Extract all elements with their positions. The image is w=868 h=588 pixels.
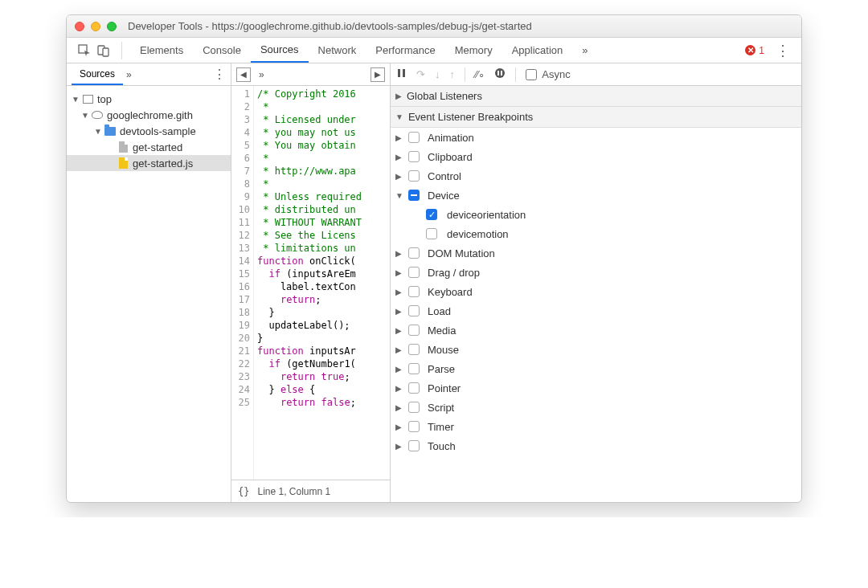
async-checkbox-input[interactable] [526,69,537,80]
bp-category-load[interactable]: ▶Load [391,301,801,321]
code-content[interactable]: /* Copyright 2016 * * Licensed under * y… [254,86,390,480]
line-gutter: 1234567891011121314151617181920212223242… [231,86,254,480]
tree-node-file-js[interactable]: get-started.js [67,155,231,171]
tab-sources[interactable]: Sources [251,38,309,63]
main-tabs: ElementsConsoleSourcesNetworkPerformance… [67,38,801,63]
bp-category-mouse[interactable]: ▶Mouse [391,340,801,359]
pretty-print-button[interactable]: {} [238,486,249,497]
tabs-overflow-button[interactable]: » [572,38,597,63]
tab-memory[interactable]: Memory [445,38,502,63]
checkbox-checked[interactable]: ✓ [426,209,437,220]
tab-application[interactable]: Application [502,38,573,63]
bp-category-parse[interactable]: ▶Parse [391,359,801,378]
toggle-device-icon[interactable] [94,41,113,60]
bp-category-keyboard[interactable]: ▶Keyboard [391,282,801,301]
checkbox-empty[interactable] [408,305,420,316]
checkbox-empty[interactable] [408,286,420,297]
bp-category-clipboard[interactable]: ▶Clipboard [391,147,801,166]
bp-category-touch[interactable]: ▶Touch [391,436,801,455]
nav-back-button[interactable]: ◀ [236,67,251,82]
error-icon: ✕ [745,45,755,55]
checkbox-empty[interactable] [408,151,420,162]
navigator-more-icon[interactable]: ⋮ [213,67,226,82]
more-menu-icon[interactable]: ⋮ [772,42,793,59]
checkbox-empty[interactable] [408,382,420,394]
step-into-icon[interactable]: ↓ [435,68,440,80]
bp-category-label: Animation [428,132,474,144]
editor-pane: ◀ » ▶ 1234567891011121314151617181920212… [231,63,391,502]
nav-forward-button[interactable]: ▶ [371,67,385,82]
bp-category-label: Device [428,190,460,202]
debugger-toolbar: ↷ ↓ ↑ ⁄⁄∘ Async [391,63,801,86]
svg-rect-6 [497,71,499,76]
tree-node-top[interactable]: ▼ top [67,91,231,107]
navigator-overflow-button[interactable]: » [126,69,132,80]
svg-rect-4 [403,69,405,77]
error-badge[interactable]: ✕ 1 [745,45,764,56]
event-breakpoint-list: ▶Animation▶Clipboard▶Control▼Device✓devi… [391,128,801,455]
cloud-icon [92,111,103,119]
checkbox-empty[interactable] [408,402,420,413]
async-checkbox[interactable]: Async [526,68,570,80]
navigator-pane: Sources » ⋮ ▼ top ▼ googlechrome.gith ▼ … [67,63,231,502]
svg-point-5 [495,68,505,78]
file-tabs-overflow[interactable]: » [259,69,264,80]
tree-label: get-started [133,141,182,153]
bp-event-deviceorientation[interactable]: ✓deviceorientation [391,205,801,224]
separator [121,42,122,59]
checkbox-empty[interactable] [408,325,420,336]
section-label: Global Listeners [407,90,482,102]
step-out-icon[interactable]: ↑ [450,68,456,80]
minimize-window-button[interactable] [91,22,100,31]
checkbox-empty[interactable] [408,363,420,374]
tree-node-file-html[interactable]: get-started [67,139,231,155]
bp-category-animation[interactable]: ▶Animation [391,128,801,147]
checkbox-empty[interactable] [408,421,420,432]
checkbox-empty[interactable] [408,344,420,355]
deactivate-breakpoints-icon[interactable]: ⁄⁄∘ [475,68,485,80]
navigator-tab-sources[interactable]: Sources [72,64,123,85]
bp-category-script[interactable]: ▶Script [391,398,801,417]
close-window-button[interactable] [75,22,84,31]
zoom-window-button[interactable] [107,22,117,31]
folder-icon [104,127,116,136]
checkbox-empty[interactable] [408,170,420,182]
bp-category-label: Media [428,325,456,337]
checkbox-mixed[interactable] [408,190,420,201]
section-event-listener-breakpoints[interactable]: ▼Event Listener Breakpoints [391,107,801,128]
bp-event-devicemotion[interactable]: devicemotion [391,224,801,243]
tree-label: top [97,93,112,105]
tree-node-domain[interactable]: ▼ googlechrome.gith [67,107,231,123]
bp-category-drag-drop[interactable]: ▶Drag / drop [391,263,801,282]
inspect-element-icon[interactable] [75,41,94,60]
bp-category-media[interactable]: ▶Media [391,321,801,340]
checkbox-empty[interactable] [408,132,420,143]
bp-category-label: Script [428,402,454,414]
file-tree: ▼ top ▼ googlechrome.gith ▼ devtools-sam… [67,86,231,176]
bp-category-dom-mutation[interactable]: ▶DOM Mutation [391,243,801,263]
bp-category-label: Control [428,170,461,182]
async-label: Async [542,68,570,80]
bp-category-pointer[interactable]: ▶Pointer [391,378,801,398]
window-title: Developer Tools - https://googlechrome.g… [128,20,532,32]
checkbox-empty[interactable] [408,247,420,259]
step-over-icon[interactable]: ↷ [416,68,425,80]
tab-network[interactable]: Network [309,38,366,63]
pause-button[interactable] [397,68,407,80]
bp-category-device[interactable]: ▼Device [391,186,801,205]
tab-performance[interactable]: Performance [366,38,444,63]
section-label: Event Listener Breakpoints [408,111,533,123]
pause-on-exceptions-icon[interactable] [494,67,506,81]
checkbox-empty[interactable] [408,267,420,278]
checkbox-empty[interactable] [426,228,437,239]
section-global-listeners[interactable]: ▶Global Listeners [391,86,801,107]
tree-node-folder[interactable]: ▼ devtools-sample [67,123,231,139]
tab-elements[interactable]: Elements [130,38,193,63]
bp-category-control[interactable]: ▶Control [391,166,801,186]
bp-category-timer[interactable]: ▶Timer [391,417,801,436]
svg-rect-2 [103,48,108,56]
cursor-position: Line 1, Column 1 [257,486,330,497]
checkbox-empty[interactable] [408,440,420,451]
code-editor[interactable]: 1234567891011121314151617181920212223242… [231,86,390,480]
tab-console[interactable]: Console [193,38,251,63]
